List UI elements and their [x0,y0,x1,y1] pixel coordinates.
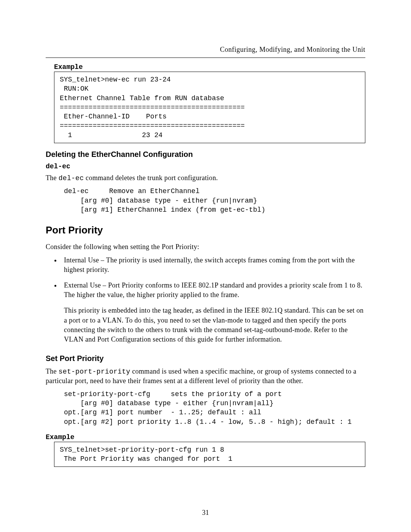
port-priority-intro: Consider the following when setting the … [46,242,365,251]
del-ec-syntax: del-ec Remove an EtherChannel [arg #0] d… [64,187,365,214]
del-ec-description: The del-ec command deletes the trunk por… [46,173,365,183]
running-header: Configuring, Modifying, and Monitoring t… [46,46,365,58]
subsection-deleting-etherchannel: Deleting the EtherChannel Configuration [46,150,365,159]
page-container: Configuring, Modifying, and Monitoring t… [0,0,411,532]
page-number: 31 [0,509,411,517]
text-span: The [46,174,59,182]
inline-cmd-del-ec: del-ec [59,174,84,182]
inline-cmd-set-port-priority: set-port-priority [59,368,131,375]
example-code-2: SYS_telnet>set-priority-port-cfg run 1 8… [54,442,365,467]
example-label-1: Example [54,63,365,71]
subsection-set-port-priority: Set Port Priority [46,354,365,363]
list-item: Internal Use – The priority is used inte… [61,256,365,275]
text-span: The [46,367,59,375]
text-span: command deletes the trunk port configura… [84,174,218,182]
example-label-2: Example [46,433,365,441]
set-port-priority-description: The set-port-priority command is used wh… [46,367,365,386]
command-name-del-ec: del-ec [46,163,365,170]
port-priority-extra: This priority is embedded into the tag h… [64,306,365,344]
set-port-priority-syntax: set-priority-port-cfg sets the priority … [64,390,365,427]
section-port-priority: Port Priority [46,224,365,236]
example-code-1: SYS_telnet>new-ec run 23-24 RUN:OK Ether… [54,72,365,143]
list-item: External Use – Port Priority conforms to… [61,281,365,300]
port-priority-bullets: Internal Use – The priority is used inte… [46,256,365,300]
